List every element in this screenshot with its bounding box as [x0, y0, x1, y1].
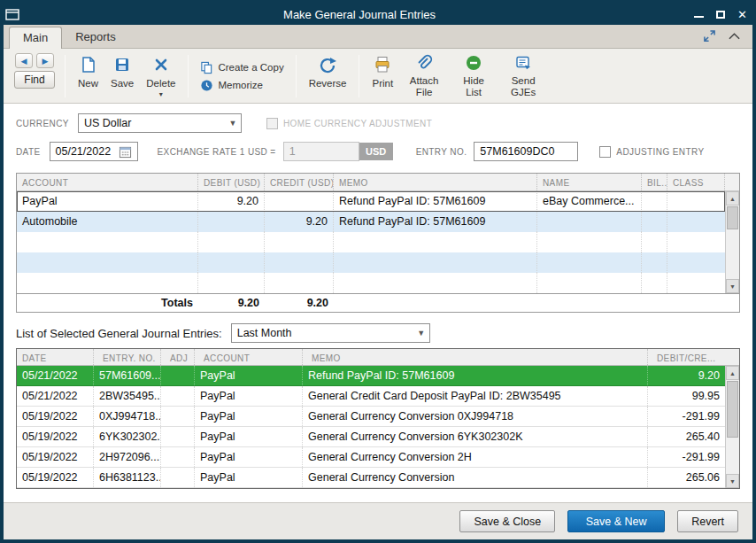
entry-row[interactable]: 05/19/2022 6H6381123... PayPal General C… — [17, 468, 725, 488]
cell-memo[interactable]: Refund PayPal ID: 57M61609 — [334, 212, 537, 232]
cell-billable[interactable] — [642, 252, 667, 273]
cell-memo[interactable] — [334, 232, 537, 252]
cell-class[interactable] — [667, 232, 725, 252]
find-group: ◀ ▶ Find — [11, 51, 58, 101]
scrollbar-track[interactable] — [726, 206, 739, 279]
cell-debit[interactable] — [198, 232, 265, 252]
entry-row[interactable]: 05/19/2022 0XJ994718... PayPal General C… — [17, 407, 725, 427]
entry-row-selected[interactable]: 05/21/2022 57M61609... PayPal Refund Pay… — [17, 366, 725, 386]
cell-name[interactable]: eBay Commerce... — [537, 191, 642, 212]
entry-no-input[interactable]: 57M61609DC0 — [474, 142, 578, 161]
hide-list-icon — [465, 54, 482, 73]
entry-no-label: ENTRY NO. — [416, 147, 467, 157]
cell-memo[interactable] — [334, 252, 537, 273]
cell-account[interactable] — [17, 273, 198, 293]
save-button-toolbar[interactable]: Save — [104, 51, 140, 101]
home-currency-label: HOME CURRENCY ADJUSTMENT — [283, 119, 432, 128]
cell-billable[interactable] — [642, 212, 667, 232]
cell-account[interactable] — [17, 252, 198, 273]
currency-dropdown[interactable]: US Dollar ▼ — [78, 113, 242, 133]
hide-list-button[interactable]: Hide List — [449, 51, 498, 101]
delete-label: Delete — [146, 78, 175, 89]
cell-billable[interactable] — [642, 191, 667, 212]
titlebar: Make General Journal Entries ✕ — [4, 4, 752, 25]
new-button[interactable]: New — [72, 51, 104, 101]
cell-debit[interactable] — [198, 273, 265, 293]
cell-name[interactable] — [537, 232, 642, 252]
delete-dropdown-caret[interactable]: ▾ — [159, 90, 163, 98]
window-title: Make General Journal Entries — [25, 8, 694, 21]
cell-account[interactable]: Automobile — [17, 212, 198, 232]
cell-class[interactable] — [667, 252, 725, 273]
expand-window-icon[interactable] — [703, 29, 716, 43]
journal-row-empty[interactable] — [17, 232, 725, 252]
journal-grid-scrollbar[interactable]: ▲ ▼ — [725, 191, 739, 293]
next-arrow-button[interactable]: ▶ — [36, 53, 54, 68]
cell-account[interactable]: PayPal — [17, 191, 198, 212]
column-header-memo: MEMO — [302, 349, 647, 365]
adjusting-entry-checkbox[interactable] — [599, 146, 611, 158]
save-and-new-button[interactable]: Save & New — [567, 510, 665, 532]
cell-amount: -291.99 — [647, 407, 725, 426]
scroll-down-arrow[interactable]: ▼ — [726, 474, 739, 488]
scrollbar-thumb[interactable] — [727, 206, 738, 229]
entry-row[interactable]: 05/19/2022 6YK302302... PayPal General C… — [17, 427, 725, 447]
scrollbar-thumb[interactable] — [727, 381, 738, 438]
cell-amount: 99.95 — [647, 386, 725, 406]
attach-file-button[interactable]: Attach File — [399, 51, 449, 101]
scrollbar-track[interactable] — [726, 380, 739, 474]
save-label: Save — [111, 78, 134, 89]
cell-credit[interactable]: 9.20 — [265, 212, 334, 232]
journal-row-empty[interactable] — [17, 273, 725, 293]
entries-list-scrollbar[interactable]: ▲ ▼ — [725, 366, 739, 488]
cell-class[interactable] — [667, 191, 725, 212]
cell-amount: 265.40 — [647, 427, 725, 446]
cell-debit[interactable] — [198, 252, 265, 273]
entry-row[interactable]: 05/21/2022 2BW35495... PayPal General Cr… — [17, 386, 725, 407]
cell-account[interactable] — [17, 232, 198, 252]
cell-class[interactable] — [667, 212, 725, 232]
delete-button[interactable]: Delete ▾ — [140, 51, 181, 101]
create-copy-button[interactable]: Create a Copy — [200, 61, 283, 74]
maximize-button[interactable] — [716, 9, 725, 20]
cell-name[interactable] — [537, 252, 642, 273]
journal-row[interactable]: Automobile 9.20 Refund PayPal ID: 57M616… — [17, 212, 725, 232]
date-input[interactable]: 05/21/2022 — [50, 142, 138, 161]
journal-row-empty[interactable] — [17, 252, 725, 273]
print-button[interactable]: Print — [366, 51, 399, 101]
entry-row[interactable]: 05/19/2022 2H972096... PayPal General Cu… — [17, 447, 725, 468]
scroll-up-arrow[interactable]: ▲ — [726, 191, 739, 206]
cell-name[interactable] — [537, 212, 642, 232]
tab-main[interactable]: Main — [9, 27, 62, 49]
cell-credit[interactable] — [265, 232, 334, 252]
collapse-ribbon-icon[interactable] — [729, 33, 740, 40]
revert-button[interactable]: Revert — [677, 510, 738, 532]
cell-credit[interactable] — [265, 252, 334, 273]
memorize-button[interactable]: Memorize — [200, 79, 283, 92]
find-button[interactable]: Find — [14, 71, 55, 89]
cell-memo[interactable]: Refund PayPal ID: 57M61609 — [334, 191, 537, 212]
send-gjes-button[interactable]: Send GJEs — [498, 51, 548, 101]
cell-credit[interactable] — [265, 191, 334, 212]
previous-arrow-button[interactable]: ◀ — [15, 53, 33, 68]
tab-reports[interactable]: Reports — [62, 27, 129, 48]
cell-name[interactable] — [537, 273, 642, 293]
scroll-down-arrow[interactable]: ▼ — [726, 279, 739, 293]
cell-billable[interactable] — [642, 232, 667, 252]
ribbon-tabs: Main Reports — [4, 25, 752, 49]
cell-billable[interactable] — [642, 273, 667, 293]
date-range-dropdown[interactable]: Last Month ▼ — [231, 323, 430, 343]
calendar-icon[interactable] — [119, 145, 132, 159]
journal-row[interactable]: PayPal 9.20 Refund PayPal ID: 57M61609 e… — [17, 191, 725, 212]
cell-debit[interactable]: 9.20 — [198, 191, 265, 212]
save-and-close-button[interactable]: Save & Close — [459, 510, 555, 532]
minimize-button[interactable] — [694, 9, 704, 20]
scroll-up-arrow[interactable]: ▲ — [726, 366, 739, 380]
cell-class[interactable] — [667, 273, 725, 293]
close-button[interactable]: ✕ — [737, 9, 747, 20]
cell-debit[interactable] — [198, 212, 265, 232]
reverse-button[interactable]: Reverse — [303, 51, 353, 101]
printer-icon — [374, 54, 391, 75]
cell-credit[interactable] — [265, 273, 334, 293]
cell-memo[interactable] — [334, 273, 537, 293]
